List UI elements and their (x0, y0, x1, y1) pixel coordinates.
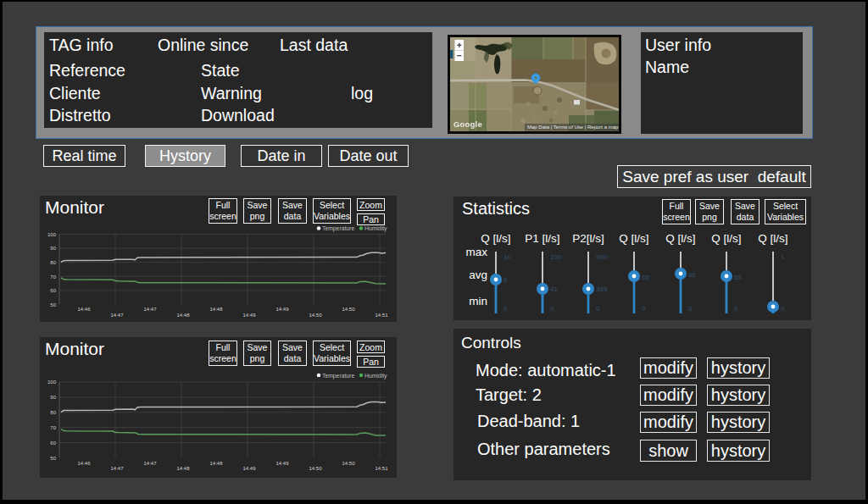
svg-text:14:49: 14:49 (275, 307, 289, 312)
svg-text:0: 0 (642, 305, 646, 313)
svg-text:14:47: 14:47 (143, 461, 157, 466)
svg-text:90: 90 (50, 395, 56, 400)
svg-text:0: 0 (596, 305, 600, 313)
svg-text:80: 80 (50, 260, 56, 265)
svg-text:86: 86 (688, 271, 696, 279)
svg-text:0: 0 (688, 305, 693, 313)
svg-text:Humidity: Humidity (364, 373, 387, 379)
svg-text:50: 50 (50, 302, 56, 307)
svg-text:14:46: 14:46 (77, 307, 91, 312)
svg-text:100: 100 (47, 379, 57, 385)
svg-text:min: min (469, 295, 487, 307)
svg-text:14:49: 14:49 (242, 313, 256, 318)
svg-text:90: 90 (50, 246, 56, 251)
svg-text:0: 0 (781, 305, 785, 313)
svg-text:14:50: 14:50 (309, 466, 322, 471)
svg-text:900: 900 (596, 253, 608, 261)
svg-text:14:50: 14:50 (342, 461, 355, 466)
svg-text:389: 389 (596, 285, 608, 293)
svg-text:Temperature: Temperature (322, 373, 354, 379)
svg-text:60: 60 (50, 440, 56, 446)
svg-text:14:48: 14:48 (209, 461, 223, 466)
svg-text:P1 [l/s]: P1 [l/s] (525, 232, 559, 245)
svg-text:14:48: 14:48 (209, 307, 223, 312)
svg-text:14:49: 14:49 (242, 466, 256, 471)
svg-text:14:47: 14:47 (110, 466, 124, 471)
svg-text:10: 10 (504, 253, 511, 261)
svg-text:Q [l/s]: Q [l/s] (481, 232, 510, 245)
svg-text:14:46: 14:46 (77, 461, 91, 466)
svg-text:avg: avg (469, 269, 487, 281)
svg-text:14:47: 14:47 (110, 313, 124, 318)
svg-text:14:51: 14:51 (375, 466, 388, 471)
svg-text:14:47: 14:47 (143, 307, 157, 312)
svg-text:14:50: 14:50 (342, 307, 355, 312)
svg-text:14:49: 14:49 (275, 461, 289, 466)
svg-text:65: 65 (642, 274, 649, 281)
svg-text:60: 60 (50, 288, 56, 293)
svg-text:70: 70 (50, 274, 56, 280)
svg-text:Q [l/s]: Q [l/s] (665, 232, 695, 245)
svg-text:0: 0 (504, 305, 508, 313)
svg-text:14:50: 14:50 (309, 313, 322, 318)
svg-text:Q [l/s]: Q [l/s] (758, 232, 787, 245)
svg-text:100: 100 (47, 232, 57, 237)
svg-text:Google: Google (453, 119, 482, 129)
svg-text:80: 80 (50, 410, 56, 415)
svg-text:P2[l/s]: P2[l/s] (572, 232, 604, 245)
svg-text:Q [l/s]: Q [l/s] (711, 232, 741, 245)
svg-text:6: 6 (504, 276, 508, 284)
svg-text:50: 50 (50, 456, 56, 461)
svg-text:Map Data | Terms of Use | Repo: Map Data | Terms of Use | Report a map e… (527, 125, 621, 130)
svg-text:max: max (465, 246, 487, 258)
svg-text:0: 0 (734, 305, 738, 313)
svg-text:Temperature: Temperature (322, 225, 354, 232)
svg-text:65: 65 (734, 274, 742, 281)
svg-text:41: 41 (550, 285, 558, 293)
svg-text:0: 0 (550, 305, 554, 313)
svg-text:14:51: 14:51 (375, 313, 388, 318)
svg-text:70: 70 (50, 425, 56, 430)
svg-text:100: 100 (550, 253, 562, 261)
svg-text:Q [l/s]: Q [l/s] (619, 232, 648, 245)
svg-text:Humidity: Humidity (364, 225, 387, 232)
svg-text:1: 1 (781, 253, 785, 261)
svg-text:14:48: 14:48 (176, 313, 190, 318)
svg-text:14:48: 14:48 (176, 466, 190, 471)
